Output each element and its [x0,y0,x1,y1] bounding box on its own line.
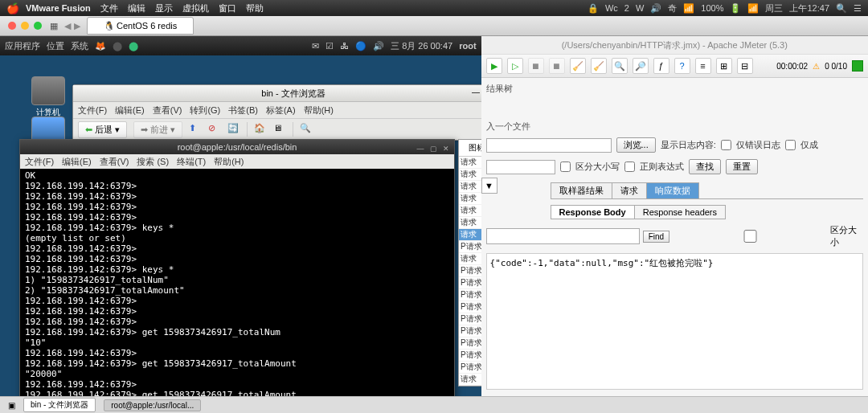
bt-icon[interactable]: 🔵 [355,41,366,51]
tab-request[interactable]: 请求 [612,182,647,198]
task-icon[interactable]: ☑ [326,41,334,51]
sampler-row[interactable]: 请求 [459,374,481,386]
sampler-row[interactable]: 请求 [459,169,481,181]
scroll-down-icon[interactable]: ▼ [481,178,497,194]
apple-icon[interactable]: 🍎 [6,2,19,14]
sampler-row[interactable]: P请求 [459,241,481,253]
term-menu-terminal[interactable]: 终端(T) [177,156,206,168]
clear-all-icon[interactable]: 🧹 [591,58,607,74]
search-button[interactable]: 查找 [689,159,721,174]
nav-fwd-icon[interactable]: ▶ [74,21,80,31]
view-selector[interactable]: 图标视图▾ [459,140,481,157]
sampler-row[interactable]: 请求 [459,253,481,265]
subtab-response-body[interactable]: Response Body [551,205,635,219]
mail-icon[interactable]: ✉ [312,41,319,51]
app-icon[interactable]: ⬤ [113,41,122,51]
places-menu[interactable]: 位置 [47,40,64,52]
help-icon[interactable]: ? [674,58,690,74]
menu-view[interactable]: 显示 [155,2,173,14]
fm-titlebar[interactable]: bin - 文件浏览器 —▢✕ [73,85,481,102]
errors-only-checkbox[interactable] [721,140,731,150]
term-menu-search[interactable]: 搜索 (S) [137,156,169,168]
reload-icon[interactable]: 🔄 [227,123,240,136]
app-icon[interactable]: ⬤ [129,41,138,51]
battery-icon[interactable]: 🔋 [730,3,741,14]
fm-menu-edit[interactable]: 编辑(E) [115,104,145,117]
desktop-computer[interactable]: 计算机 [31,76,66,118]
menu-file[interactable]: 文件 [100,2,118,14]
template-icon[interactable]: ≡ [695,58,711,74]
tray-icon[interactable]: 🔊 [650,3,661,14]
regex-checkbox[interactable] [624,162,635,172]
reset-button[interactable]: 重置 [726,159,758,174]
clear-icon[interactable]: 🧹 [570,58,586,74]
menu-window[interactable]: 窗口 [219,2,236,14]
tray-icon[interactable]: 🔒 [588,3,599,14]
sampler-row[interactable]: 请求 [459,157,481,169]
sampler-row[interactable]: P请求 [459,350,481,362]
volume-icon[interactable]: 🔊 [373,41,384,51]
browse-button[interactable]: 浏览... [616,137,656,153]
sampler-row[interactable]: 请求 [459,229,481,241]
taskbar-fm[interactable]: bin - 文件浏览器 [23,398,96,412]
apps-menu[interactable]: 应用程序 [5,40,40,52]
nav-back-icon[interactable]: ◀ [64,21,71,31]
term-titlebar[interactable]: root@apple:/usr/local/redis/bin —▢✕ [20,140,454,154]
search-icon[interactable]: 🔍 [300,123,313,136]
sampler-row[interactable]: P请求 [459,337,481,350]
find-case-checkbox[interactable] [676,230,825,243]
sampler-row[interactable]: P请求 [459,301,481,313]
file-browser-window[interactable]: bin - 文件浏览器 —▢✕ 文件(F) 编辑(E) 查看(V) 转到(G) … [72,84,481,141]
sampler-row[interactable]: P请求 [459,289,481,301]
sampler-row[interactable]: 请求 [459,205,481,217]
menu-vm[interactable]: 虚拟机 [182,2,209,14]
stop-icon[interactable]: ⏹ [528,58,544,74]
tray-icon[interactable]: W [636,3,644,13]
search-input[interactable] [486,160,555,174]
tray-icon[interactable]: Wc [605,3,618,13]
terminal-window[interactable]: root@apple:/usr/local/redis/bin —▢✕ 文件(F… [19,139,455,406]
minimize-icon[interactable] [21,22,29,30]
filename-input[interactable] [486,138,612,153]
tray-icon[interactable]: 奇 [668,2,677,14]
zoom-icon[interactable] [34,22,42,30]
network-icon[interactable]: 🖧 [340,41,349,51]
fm-menu-bookmark[interactable]: 书签(B) [228,104,258,117]
tab-sampler-result[interactable]: 取样器结果 [551,182,612,198]
tab-response-data[interactable]: 响应数据 [646,182,699,198]
search-reset-icon[interactable]: 🔎 [633,58,649,74]
sampler-row[interactable]: P请求 [459,362,481,374]
fm-menu-tab[interactable]: 标签(A) [266,104,296,117]
minimize-icon[interactable]: — [416,141,425,156]
term-menu-file[interactable]: 文件(F) [25,156,54,168]
home-icon[interactable]: 🏠 [254,123,267,136]
term-menu-help[interactable]: 帮助(H) [214,156,244,168]
spotlight-icon[interactable]: 🔍 [836,3,847,14]
terminal-body[interactable]: OK 192.168.199.142:6379> 192.168.199.142… [20,169,454,405]
panel-user[interactable]: root [459,41,476,51]
fm-menu-help[interactable]: 帮助(H) [304,104,334,117]
up-icon[interactable]: ⬆ [189,123,202,136]
sampler-row[interactable]: P请求 [459,265,481,277]
back-button[interactable]: ⬅后退▾ [78,121,127,138]
menu-edit[interactable]: 编辑 [128,2,145,14]
search-icon[interactable]: 🔍 [612,58,628,74]
subtab-response-headers[interactable]: Response headers [634,205,726,219]
fwd-button[interactable]: ➡前进▾ [133,121,182,138]
app-name[interactable]: VMware Fusion [26,3,91,13]
success-only-checkbox[interactable] [785,140,796,150]
term-menu-edit[interactable]: 编辑(E) [62,156,92,168]
panel-date[interactable]: 三 8月 26 00:47 [391,40,452,52]
minimize-icon[interactable]: — [470,87,481,98]
taskbar-term[interactable]: root@apple:/usr/local... [104,399,201,411]
run-no-icon[interactable]: ▷ [507,58,523,74]
term-menu-view[interactable]: 查看(V) [100,156,129,168]
notif-icon[interactable]: ☰ [854,3,862,14]
sampler-row[interactable]: 请求 [459,181,481,193]
find-button[interactable]: Find [643,231,669,243]
collapse-icon[interactable]: ⊟ [737,58,753,74]
find-input[interactable] [486,228,640,244]
show-desktop-icon[interactable]: ▣ [8,401,15,410]
case-checkbox[interactable] [560,162,571,172]
expand-icon[interactable]: ⊞ [716,58,732,74]
